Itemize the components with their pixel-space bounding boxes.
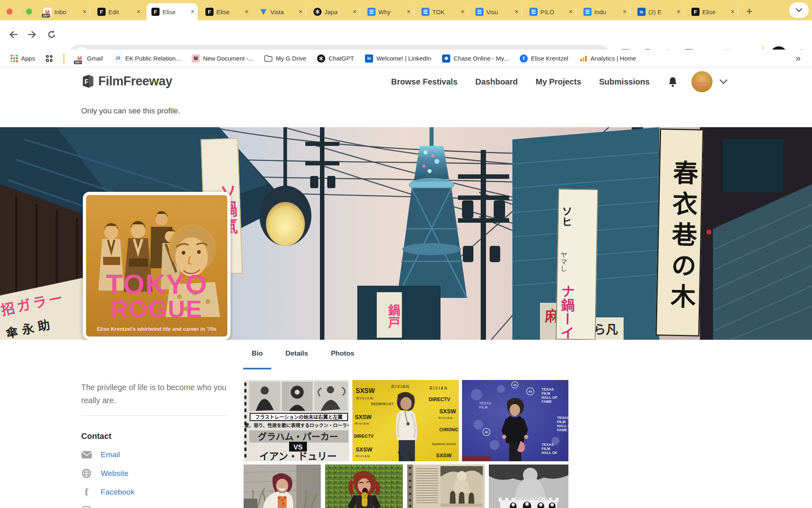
tab-strip: M100+ Inbo× F Edit× F Elise× F Elise× Vi… — [0, 0, 812, 20]
banner-sign-center-pink: 鍋戸 — [377, 292, 402, 338]
tab-close-icon[interactable]: × — [83, 9, 86, 15]
bookmark-analytics[interactable]: Analytics | Home — [579, 54, 636, 63]
tab-photos[interactable]: Photos — [331, 350, 354, 358]
chatgpt-favicon — [313, 8, 322, 16]
tab-gdoc-pilo[interactable]: PILO× — [525, 3, 576, 20]
photo-book-page-statue[interactable] — [407, 465, 485, 508]
svg-text:FILM: FILM — [542, 447, 550, 451]
new-tab-button[interactable]: + — [746, 5, 752, 17]
tab-gdoc-tok[interactable]: TOK× — [417, 3, 468, 20]
photo-kiss-buddha-bw[interactable] — [489, 465, 568, 508]
filmfreeway-favicon: F — [691, 8, 700, 16]
bookmark-new-document[interactable]: M New Document -... — [192, 54, 253, 63]
tab-close-icon[interactable]: × — [515, 9, 518, 15]
minimize-window-button[interactable] — [16, 9, 22, 15]
bookmark-chatgpt[interactable]: ChatGPT — [317, 54, 354, 63]
close-window-button[interactable] — [6, 9, 13, 15]
contact-link-facebook[interactable]: f Facebook — [81, 487, 134, 497]
account-menu-chevron-icon[interactable] — [719, 78, 728, 86]
tab-search-button[interactable] — [789, 2, 809, 18]
filmfreeway-favicon: F — [151, 8, 160, 16]
tab-gmail-inbox[interactable]: M100+ Inbo× — [39, 3, 90, 20]
svg-text:RIVIAN: RIVIAN — [356, 454, 370, 458]
svg-text:TEXAS: TEXAS — [542, 443, 554, 447]
svg-text:REDBREAST: REDBREAST — [371, 402, 394, 406]
nav-my-projects[interactable]: My Projects — [536, 77, 581, 87]
active-tab-underline — [243, 368, 271, 369]
nav-submissions[interactable]: Submissions — [599, 77, 650, 87]
bookmarks-separator — [63, 53, 65, 64]
tab-filmfreeway-elise-active[interactable]: F Elise× — [147, 3, 198, 20]
svg-text:RIVIAN: RIVIAN — [355, 422, 369, 426]
bookmark-facebook-elise[interactable]: f Elise Krentzel — [520, 54, 568, 63]
svg-text:RIVIAN: RIVIAN — [391, 384, 410, 389]
filmfreeway-logo[interactable]: F FilmFreeway — [81, 74, 172, 89]
right-dark-building — [700, 127, 812, 340]
profile-tab-bar: Bio Details Photos — [0, 340, 812, 370]
tab-close-icon[interactable]: × — [407, 9, 410, 15]
tab-close-icon[interactable]: × — [245, 9, 248, 15]
tab-filmfreeway-edit[interactable]: F Edit× — [93, 3, 144, 20]
bookmark-grid-folder[interactable] — [46, 55, 52, 62]
bio-content: The privilege of life is to become who y… — [0, 370, 812, 508]
photo-magazine-graham-parker-vs-ian-dury[interactable]: フラストレーションの始末は右翼と左翼 愛、怒り、性欲を歌に表現するロックン・ロー… — [244, 380, 349, 461]
tab-linkedin[interactable]: in (2) E× — [633, 3, 684, 20]
gmail-favicon: M100+ — [43, 8, 52, 16]
bookmark-my-g-drive[interactable]: My G Drive — [264, 54, 306, 63]
poster-title-line1: TOKYO — [86, 270, 227, 298]
tab-close-icon[interactable]: × — [461, 9, 464, 15]
tab-close-icon[interactable]: × — [191, 9, 194, 15]
nav-browse-festivals[interactable]: Browse Festivals — [391, 77, 457, 87]
tab-close-icon[interactable]: × — [677, 9, 680, 15]
bookmark-linkedin[interactable]: in Welcome! | LinkedIn — [365, 54, 431, 63]
tab-close-icon[interactable]: × — [299, 9, 302, 15]
contact-link-instagram[interactable]: Instagram — [81, 506, 135, 508]
photo-sxsw-red-carpet[interactable]: SXSW RIVIAN RIVIAN REDBREAST RIVIAN DIRE… — [352, 380, 459, 461]
tab-filmfreeway-elise[interactable]: F Elise× — [201, 3, 252, 20]
notifications-bell-icon[interactable] — [667, 76, 678, 89]
tab-close-icon[interactable]: × — [623, 9, 626, 15]
svg-text:40: 40 — [529, 390, 532, 393]
photo-texas-film-hall-of-fame[interactable]: TEXAS FILM HALL OF FAME TEXAS FILM HALL … — [462, 380, 568, 461]
bookmark-gmail[interactable]: M100+ Gmail — [76, 54, 103, 63]
browser-window: M100+ Inbo× F Edit× F Elise× F Elise× Vi… — [0, 0, 812, 508]
notice-text: Only you can see this profile. — [81, 106, 180, 115]
chevron-down-icon — [796, 8, 802, 12]
contact-heading: Contact — [81, 432, 111, 441]
maximize-window-button[interactable] — [26, 9, 32, 15]
contact-link-website[interactable]: Website — [81, 468, 128, 479]
tab-chatgpt[interactable]: Japa× — [309, 3, 360, 20]
tab-vistacreate[interactable]: Vista× — [255, 3, 306, 20]
google-calendar-icon: 29 — [114, 54, 122, 63]
tab-close-icon[interactable]: × — [569, 9, 572, 15]
forward-button[interactable] — [25, 28, 39, 41]
black-grid-icon — [46, 55, 52, 62]
chatgpt-icon — [317, 54, 325, 63]
tab-close-icon[interactable]: × — [731, 9, 734, 15]
photo-garden-portrait[interactable] — [244, 465, 321, 508]
project-poster-tokyo-rogue[interactable]: TOKYO ROGUE Elise Krentzel's whirlwind l… — [83, 192, 231, 340]
pink-m-icon: M — [192, 54, 200, 63]
tab-details[interactable]: Details — [285, 350, 308, 358]
back-button[interactable] — [6, 28, 20, 41]
tab-gdoc-indu[interactable]: Indu× — [579, 3, 630, 20]
tab-gdoc-why[interactable]: Why× — [363, 3, 414, 20]
user-avatar[interactable]: TOKYO ROGUE — [691, 71, 713, 92]
bookmark-apps[interactable]: Apps — [11, 55, 35, 62]
contact-link-email[interactable]: Email — [81, 449, 120, 460]
nav-dashboard[interactable]: Dashboard — [475, 77, 518, 87]
bookmark-chase[interactable]: Chase Online - My... — [442, 54, 509, 63]
tab-bio[interactable]: Bio — [252, 350, 263, 358]
tab-close-icon[interactable]: × — [353, 9, 356, 15]
tab-filmfreeway-elise-2[interactable]: F Elise× — [687, 3, 738, 20]
photo-hedge-singing[interactable] — [325, 465, 403, 508]
svg-text:SXSW: SXSW — [439, 408, 456, 415]
bookmarks-overflow-chevron[interactable]: » — [796, 53, 801, 64]
tab-close-icon[interactable]: × — [137, 9, 140, 15]
tab-gdoc-visu[interactable]: Visu× — [471, 3, 522, 20]
google-docs-favicon — [529, 8, 538, 16]
bookmark-ek-public-relations[interactable]: 29 EK Public Relation... — [114, 54, 181, 63]
svg-text:F: F — [84, 78, 89, 85]
reload-button[interactable] — [45, 28, 58, 41]
linkedin-favicon: in — [637, 8, 646, 16]
